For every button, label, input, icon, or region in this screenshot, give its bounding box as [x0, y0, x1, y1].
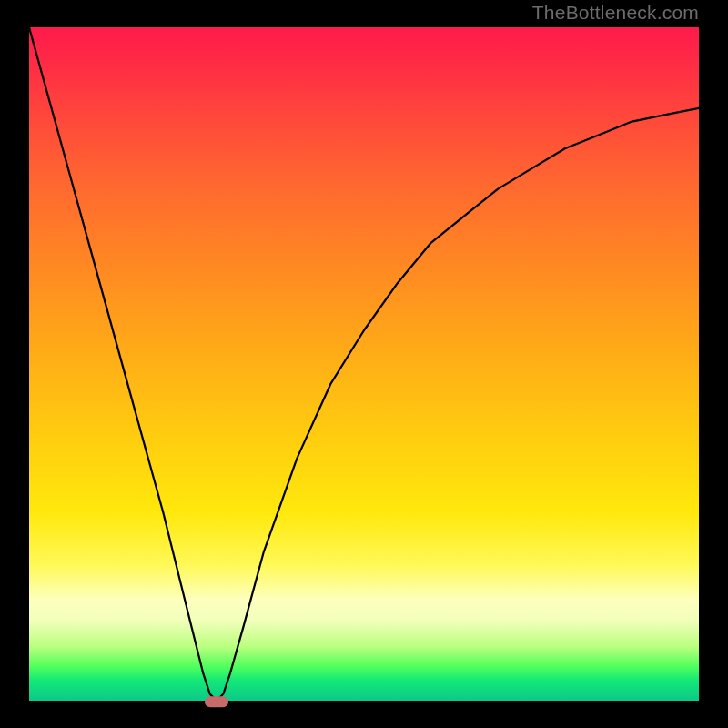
bottleneck-curve — [29, 27, 699, 701]
chart-frame: TheBottleneck.com — [0, 0, 728, 728]
optimal-point-marker — [205, 696, 228, 707]
attribution-text: TheBottleneck.com — [532, 2, 699, 24]
plot-area — [29, 27, 699, 701]
